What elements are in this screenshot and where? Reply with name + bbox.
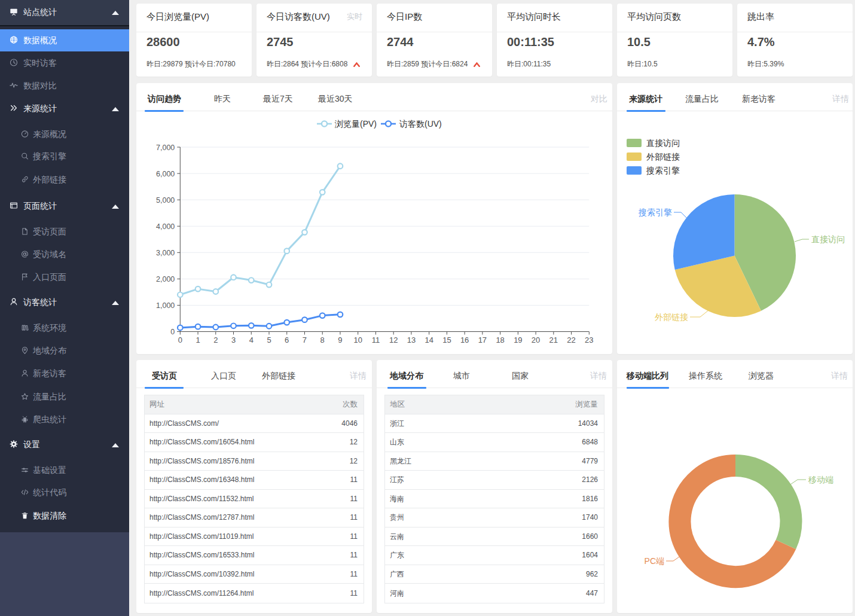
- svg-text:15: 15: [442, 336, 451, 344]
- svg-text:20: 20: [532, 336, 540, 344]
- svg-text:2: 2: [213, 336, 218, 344]
- svg-text:10: 10: [353, 336, 362, 344]
- svg-text:8: 8: [320, 336, 325, 344]
- svg-text:14: 14: [425, 336, 433, 344]
- svg-text:搜索引擎: 搜索引擎: [638, 208, 672, 217]
- svg-text:21: 21: [549, 336, 558, 344]
- svg-text:3,000: 3,000: [156, 249, 175, 257]
- svg-text:7,000: 7,000: [156, 144, 175, 152]
- svg-text:访客数(UV): 访客数(UV): [399, 119, 442, 129]
- svg-text:5: 5: [267, 336, 271, 344]
- svg-text:6: 6: [285, 336, 289, 344]
- svg-text:6,000: 6,000: [156, 170, 175, 178]
- svg-text:2,000: 2,000: [156, 275, 175, 283]
- svg-text:直接访问: 直接访问: [646, 138, 680, 148]
- svg-text:1: 1: [196, 336, 200, 344]
- svg-text:4: 4: [249, 336, 254, 344]
- svg-text:外部链接: 外部链接: [646, 152, 680, 161]
- svg-text:17: 17: [478, 336, 487, 344]
- svg-text:移动端: 移动端: [808, 475, 833, 484]
- svg-text:3: 3: [231, 336, 236, 344]
- svg-text:12: 12: [389, 336, 398, 344]
- svg-text:9: 9: [338, 336, 342, 344]
- svg-text:1,000: 1,000: [156, 301, 175, 310]
- svg-text:搜索引擎: 搜索引擎: [646, 166, 680, 175]
- svg-text:22: 22: [567, 336, 575, 344]
- svg-text:PC端: PC端: [645, 556, 664, 566]
- svg-text:浏览量(PV): 浏览量(PV): [334, 119, 377, 129]
- svg-text:23: 23: [585, 336, 593, 344]
- svg-text:直接访问: 直接访问: [811, 234, 845, 244]
- svg-text:7: 7: [303, 336, 307, 344]
- svg-text:18: 18: [496, 336, 504, 344]
- svg-text:13: 13: [407, 336, 416, 344]
- svg-text:0: 0: [170, 328, 175, 336]
- svg-text:4,000: 4,000: [156, 222, 175, 231]
- svg-text:16: 16: [460, 336, 469, 344]
- svg-text:0: 0: [178, 336, 182, 344]
- svg-text:19: 19: [514, 336, 522, 344]
- svg-text:5,000: 5,000: [156, 196, 175, 205]
- svg-text:11: 11: [372, 336, 380, 344]
- svg-text:外部链接: 外部链接: [655, 312, 688, 322]
